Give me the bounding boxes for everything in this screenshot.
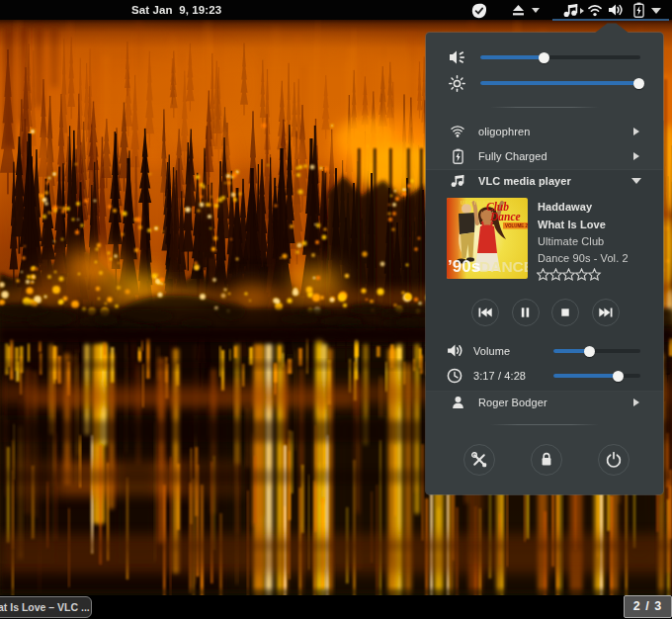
svg-text:’90s: ’90s	[448, 257, 480, 276]
svg-text:VOLUME 2: VOLUME 2	[505, 223, 528, 228]
svg-text:Dance: Dance	[489, 211, 521, 222]
svg-text:DANCE: DANCE	[479, 258, 528, 275]
